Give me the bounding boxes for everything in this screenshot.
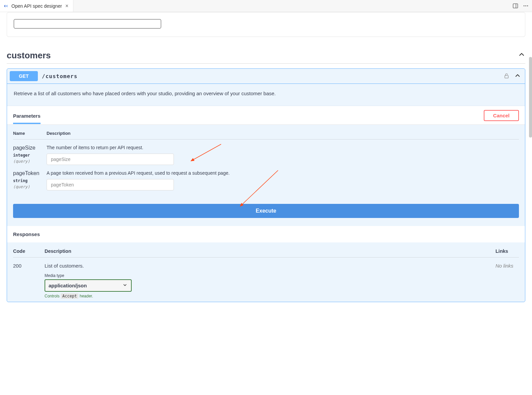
cancel-button[interactable]: Cancel [484,110,519,121]
param-table-header: Name Description [13,131,519,139]
svg-point-4 [527,5,528,6]
response-code: 200 [13,263,45,269]
responses-table-header: Code Description Links [13,248,519,258]
editor-tab[interactable]: Open API spec designer × [0,0,73,12]
col-header-code: Code [13,248,45,254]
col-header-description: Description [47,131,519,136]
param-type: string [13,178,47,183]
param-input-pagetoken[interactable] [47,179,174,190]
parameters-header: Parameters Cancel [7,106,525,125]
openapi-icon [3,3,9,9]
http-method-badge: GET [10,71,38,81]
execute-button[interactable]: Execute [13,204,519,218]
media-type-select[interactable]: application/json [45,279,132,292]
response-description: List of customers. [45,263,495,269]
operation-summary[interactable]: GET /customers [7,69,525,84]
response-links: No links [495,263,519,269]
lock-icon[interactable] [504,73,510,80]
operation-path: /customers [42,73,77,79]
editor-tab-bar: Open API spec designer × [0,0,532,12]
svg-rect-5 [505,75,509,78]
param-name: pageToken [13,170,47,176]
collapse-tag-button[interactable] [518,50,525,61]
response-row: 200 List of customers. Media type applic… [13,258,519,298]
svg-rect-0 [513,4,518,8]
operation-block: GET /customers Retrieve a list of all cu… [7,68,525,302]
param-description: A page token received from a previous AP… [47,170,519,176]
server-url-box[interactable] [14,19,161,29]
param-input-pagesize[interactable] [47,154,174,165]
chevron-down-icon [122,282,128,289]
more-icon[interactable] [523,3,529,9]
col-header-rdescription: Description [45,248,495,254]
tab-title: Open API spec designer [11,3,62,9]
close-icon[interactable]: × [65,3,69,9]
col-header-name: Name [13,131,47,136]
collapse-operation-button[interactable] [514,72,521,80]
param-location: (query) [13,159,47,164]
controls-accept-note: Controls Accept header. [45,294,495,298]
tag-title: customers [7,50,51,61]
param-location: (query) [13,184,47,189]
svg-point-3 [525,5,526,6]
param-name: pageSize [13,145,47,151]
media-type-label: Media type [45,273,495,278]
responses-title: Responses [7,226,525,242]
svg-point-2 [524,5,525,6]
layout-icon[interactable] [513,3,518,9]
media-type-value: application/json [49,283,87,288]
col-header-links: Links [495,248,519,254]
operation-description: Retrieve a list of all customers who hav… [7,84,525,106]
scrollbar-thumb[interactable] [529,57,532,137]
parameters-tab[interactable]: Parameters [13,110,41,124]
param-row: pageSize integer (query) The number of i… [13,139,519,165]
param-type: integer [13,153,47,158]
param-row: pageToken string (query) A page token re… [13,165,519,190]
previous-section-card [7,12,525,37]
param-description: The number of items to return per API re… [47,145,519,150]
